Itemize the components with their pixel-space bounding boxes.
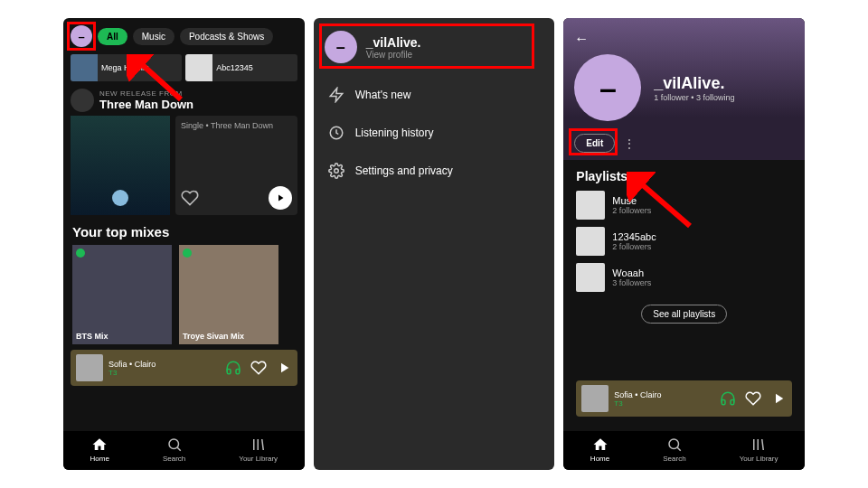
profile-avatar: – [325,31,357,63]
shortcut-cards: Mega Hit Mix Abc12345 [63,54,305,81]
more-icon[interactable]: ⋮ [624,137,636,150]
nav-library[interactable]: Your Library [740,436,778,463]
follower-count: 1 follower • 3 following [654,93,734,102]
now-playing-bar[interactable]: Sofia • ClairoT3 [576,380,792,417]
play-icon[interactable] [276,360,292,376]
nav-library[interactable]: Your Library [239,436,278,463]
now-playing-title: Sofia • Clairo [614,390,711,399]
view-profile-label: View profile [366,50,421,60]
play-button[interactable] [269,186,292,210]
nav-search[interactable]: Search [663,436,685,463]
release-artist: Three Man Down [99,98,193,111]
gear-icon [328,163,344,179]
menu-label: Listening history [355,127,434,139]
now-playing-cover [76,354,103,381]
playlists-title: Playlists [576,169,792,191]
playlist-item[interactable]: Woaah3 followers [576,263,792,292]
artist-avatar [71,89,94,112]
screen-menu: – _vilAlive. View profile What's new Lis… [314,18,555,470]
now-playing-title: Sofia • Clairo [108,360,216,369]
now-playing-cover [581,385,609,412]
screen-profile: ← – _vilAlive. 1 follower • 3 following … [563,18,805,470]
mix-card[interactable]: Troye Sivan Mix [179,245,278,344]
edit-button[interactable]: Edit [574,134,615,153]
playlist-sub: 2 followers [612,242,656,251]
devices-icon[interactable] [720,390,736,407]
svg-point-12 [669,439,679,449]
release-label: NEW RELEASE FROM [99,89,193,98]
new-release: NEW RELEASE FROM Three Man Down Single •… [71,89,297,215]
playlist-name: 12345abc [612,231,656,242]
menu-settings[interactable]: Settings and privacy [314,152,555,190]
playlist-item[interactable]: 12345abc2 followers [576,227,792,256]
menu-label: Settings and privacy [355,164,453,177]
release-cover[interactable] [71,116,170,215]
play-icon[interactable] [770,390,787,407]
bottom-nav: Home Search Your Library [63,431,305,470]
screen-home: – All Music Podcasts & Shows Mega Hit Mi… [63,18,305,470]
chip-music[interactable]: Music [133,28,175,45]
heart-icon[interactable] [745,390,761,407]
chip-podcasts[interactable]: Podcasts & Shows [180,28,273,45]
history-icon [328,125,344,141]
mixes-row: BTS Mix Troye Sivan Mix [63,245,305,344]
svg-marker-7 [330,89,343,102]
see-all-button[interactable]: See all playlists [641,305,727,324]
mix-label: Troye Sivan Mix [183,332,244,341]
shortcut-card[interactable]: Abc12345 [185,54,297,81]
menu-history[interactable]: Listening history [314,114,555,152]
shortcut-title: Mega Hit Mix [101,63,149,72]
top-bar: – All Music Podcasts & Shows [63,18,305,54]
mix-label: BTS Mix [76,332,108,341]
section-title: Your top mixes [63,215,305,245]
heart-icon[interactable] [250,360,267,376]
profile-header: ← – _vilAlive. 1 follower • 3 following … [563,18,805,160]
playlist-sub: 3 followers [612,278,651,287]
release-meta: Single • Three Man Down [181,121,292,130]
now-playing-bar[interactable]: Sofia • ClairoT3 [71,350,297,386]
svg-point-9 [334,169,338,174]
playlist-name: Woaah [612,267,651,278]
shortcut-title: Abc12345 [216,63,253,72]
nav-search[interactable]: Search [163,436,185,463]
menu-whats-new[interactable]: What's new [314,76,555,114]
chip-all[interactable]: All [98,28,127,45]
playlist-name: Muse [612,195,651,206]
shortcut-card[interactable]: Mega Hit Mix [71,54,182,81]
profile-name: _vilAlive. [654,74,734,93]
playlist-sub: 2 followers [612,206,651,215]
svg-line-13 [677,447,681,451]
mix-card[interactable]: BTS Mix [72,245,172,344]
profile-avatar-large: – [574,54,641,121]
back-button[interactable]: ← [574,27,794,51]
playlist-item[interactable]: Muse2 followers [576,191,792,220]
svg-point-2 [169,439,179,449]
bottom-nav: Home Search Your Library [563,431,805,470]
svg-line-3 [177,447,181,451]
devices-icon[interactable] [225,360,241,376]
now-playing-device: T3 [108,369,216,377]
heart-icon[interactable] [181,189,199,207]
svg-line-16 [762,439,764,450]
nav-home[interactable]: Home [90,436,109,463]
profile-name: _vilAlive. [366,35,421,50]
profile-avatar[interactable]: – [71,25,92,47]
menu-label: What's new [355,89,411,101]
now-playing-device: T3 [614,399,711,408]
svg-line-6 [261,439,263,450]
nav-home[interactable]: Home [590,436,609,463]
profile-row[interactable]: – _vilAlive. View profile [314,18,555,76]
bolt-icon [328,87,344,103]
